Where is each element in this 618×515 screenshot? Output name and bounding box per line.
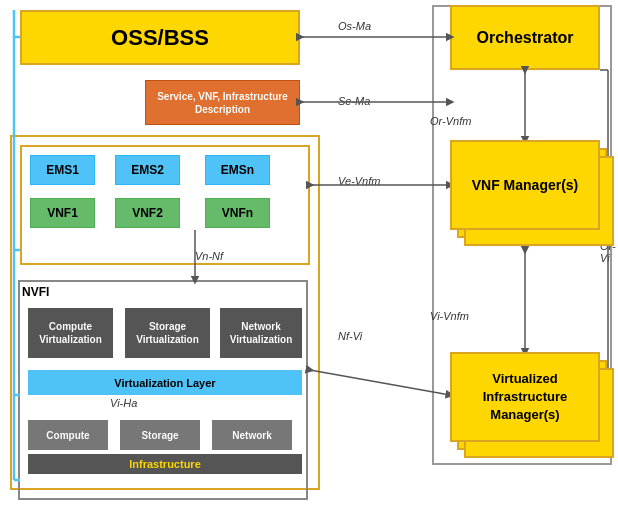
vnf1-box: VNF1 <box>30 198 95 228</box>
infra-label-text: Infrastructure <box>129 458 201 470</box>
vi-vnfm-label: Vi-Vnfm <box>430 310 469 322</box>
network-virt-box: Network Virtualization <box>220 308 302 358</box>
vnfn-label: VNFn <box>222 206 253 220</box>
ve-vnfm-label: Ve-Vnfm <box>338 175 380 187</box>
vnf-manager-label: VNF Manager(s) <box>472 176 579 194</box>
storage-virt-label: Storage Virtualization <box>125 320 210 346</box>
nfv-diagram: OSS/BSS Service, VNF, Infrastructure Des… <box>0 0 618 515</box>
vnf1-label: VNF1 <box>47 206 78 220</box>
ems2-label: EMS2 <box>131 163 164 177</box>
emsn-label: EMSn <box>221 163 254 177</box>
ems2-box: EMS2 <box>115 155 180 185</box>
vnf-manager-box: VNF Manager(s) <box>450 140 600 230</box>
vim-box: Virtualized Infrastructure Manager(s) <box>450 352 600 442</box>
emsn-box: EMSn <box>205 155 270 185</box>
compute-infra-box: Compute <box>28 420 108 450</box>
vnf2-label: VNF2 <box>132 206 163 220</box>
compute-virt-box: Compute Virtualization <box>28 308 113 358</box>
vnf2-box: VNF2 <box>115 198 180 228</box>
infra-label-box: Infrastructure <box>28 454 302 474</box>
vn-nf-label: Vn-Nf <box>195 250 223 262</box>
ems1-label: EMS1 <box>46 163 79 177</box>
storage-virt-box: Storage Virtualization <box>125 308 210 358</box>
service-desc-box: Service, VNF, Infrastructure Description <box>145 80 300 125</box>
network-infra-box: Network <box>212 420 292 450</box>
or-vnfm-label: Or-Vnfm <box>430 115 471 127</box>
storage-infra-label: Storage <box>141 430 178 441</box>
se-ma-label: Se-Ma <box>338 95 370 107</box>
os-ma-label: Os-Ma <box>338 20 371 32</box>
oss-bss-box: OSS/BSS <box>20 10 300 65</box>
vnfn-box: VNFn <box>205 198 270 228</box>
compute-virt-label: Compute Virtualization <box>28 320 113 346</box>
nf-vi-label: Nf-Vi <box>338 330 362 342</box>
virt-layer-box: Virtualization Layer <box>28 370 302 395</box>
svg-line-11 <box>310 370 450 395</box>
compute-infra-label: Compute <box>46 430 89 441</box>
ems1-box: EMS1 <box>30 155 95 185</box>
virt-layer-label: Virtualization Layer <box>114 377 215 389</box>
storage-infra-box: Storage <box>120 420 200 450</box>
nvfi-label: NVFI <box>22 285 49 299</box>
vim-label: Virtualized Infrastructure Manager(s) <box>452 370 598 425</box>
oss-bss-label: OSS/BSS <box>111 25 209 51</box>
vi-ha-label: Vi-Ha <box>110 397 137 409</box>
service-desc-label: Service, VNF, Infrastructure Description <box>146 90 299 116</box>
network-virt-label: Network Virtualization <box>220 320 302 346</box>
orchestrator-label: Orchestrator <box>477 29 574 47</box>
orchestrator-box: Orchestrator <box>450 5 600 70</box>
network-infra-label: Network <box>232 430 271 441</box>
